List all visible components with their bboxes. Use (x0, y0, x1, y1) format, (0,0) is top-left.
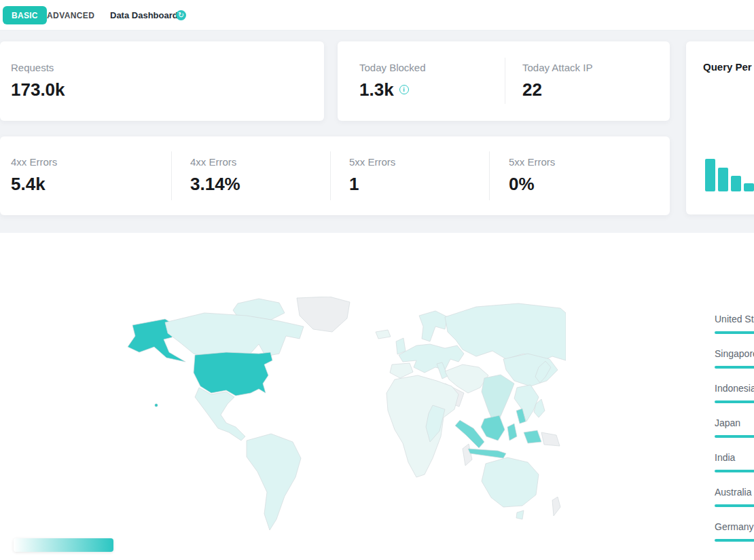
country-bar (715, 366, 754, 369)
page-title: Data Dashboard (110, 10, 178, 20)
tab-basic[interactable]: BASIC (3, 6, 47, 24)
map-region-africa (387, 375, 459, 477)
world-map-choropleth[interactable] (126, 297, 566, 538)
list-item: Australia (715, 486, 754, 521)
map-region-madagascar (463, 444, 472, 466)
qps-card-title: Query Per Second (703, 61, 754, 73)
list-item: Germany (715, 521, 754, 555)
qps-bar (718, 168, 728, 191)
map-region-java (468, 449, 506, 458)
qps-bar-chart[interactable] (705, 154, 754, 191)
today-blocked-stat: Today Blocked 1.3ki (359, 62, 426, 100)
map-region-iberia (390, 363, 413, 378)
country-bar (715, 504, 754, 507)
list-item: India (715, 451, 754, 486)
requests-value: 173.0k (11, 79, 324, 100)
country-ranking-list: United States Singapore Indonesia Japan … (715, 313, 754, 555)
list-item: Indonesia (715, 382, 754, 417)
qps-bar (731, 176, 741, 191)
divider (330, 151, 331, 200)
error-label: 4xx Errors (190, 156, 240, 168)
country-name: Japan (715, 417, 754, 430)
map-legend-gradient (14, 538, 113, 552)
divider (171, 151, 172, 200)
divider (505, 58, 505, 104)
divider (489, 151, 490, 200)
error-label: 5xx Errors (509, 156, 555, 168)
country-bar (715, 470, 754, 472)
error-stat: 4xx Errors 3.14% (190, 156, 240, 195)
country-name: Germany (715, 521, 754, 534)
today-attack-ip-label: Today Attack IP (522, 62, 592, 73)
map-region-south-america (247, 434, 301, 530)
error-label: 4xx Errors (11, 156, 57, 168)
requests-card: Requests 173.0k (0, 41, 324, 121)
country-bar (715, 435, 754, 438)
map-region-greenland (297, 297, 350, 332)
map-region-iceland (376, 330, 391, 339)
error-value: 1 (349, 174, 395, 195)
error-value: 5.4k (11, 174, 57, 195)
country-name: United States (715, 313, 754, 326)
map-region-australia (482, 458, 539, 507)
tab-advanced[interactable]: ADVANCED (46, 6, 96, 24)
today-blocked-value: 1.3ki (359, 79, 426, 100)
country-bar (715, 331, 754, 334)
country-name: Indonesia (715, 382, 754, 395)
country-name: Australia (715, 486, 754, 499)
map-region-png (541, 432, 560, 446)
qps-bar (705, 159, 715, 191)
error-stat: 4xx Errors 5.4k (11, 156, 57, 195)
map-region-new-zealand (552, 497, 560, 516)
list-item: United States (715, 313, 754, 348)
list-item: Japan (715, 417, 754, 451)
error-label: 5xx Errors (349, 156, 395, 168)
map-region-hawaii (155, 404, 158, 407)
error-value: 0% (509, 174, 555, 195)
country-bar (715, 539, 754, 542)
today-attack-ip-stat: Today Attack IP 22 (522, 62, 592, 100)
info-icon[interactable]: i (399, 85, 409, 94)
error-stat: 5xx Errors 0% (509, 156, 555, 195)
top-bar: BASIC ADVANCED Data Dashboard ↻ (0, 0, 754, 31)
map-region-scandinavia (419, 311, 448, 341)
map-region-borneo (481, 415, 505, 441)
map-region-usa (194, 352, 272, 396)
country-name: Singapore (715, 348, 754, 360)
today-blocked-label: Today Blocked (359, 62, 426, 73)
error-stat: 5xx Errors 1 (349, 156, 395, 195)
map-region-sumatra (455, 420, 484, 448)
map-region-canada (165, 313, 304, 359)
country-bar (715, 400, 754, 403)
map-region-west-papua (524, 430, 541, 443)
error-value: 3.14% (190, 174, 240, 195)
errors-card: 4xx Errors 5.4k 4xx Errors 3.14% 5xx Err… (0, 136, 670, 215)
map-region-sulawesi (507, 424, 517, 441)
qps-bar (744, 183, 754, 191)
today-blocked-number: 1.3k (359, 79, 394, 100)
today-attack-ip-value: 22 (522, 79, 592, 100)
requests-label: Requests (11, 62, 324, 73)
today-stats-card: Today Blocked 1.3ki Today Attack IP 22 (338, 41, 670, 121)
country-name: India (715, 451, 754, 464)
refresh-icon[interactable]: ↻ (176, 10, 186, 20)
qps-card: Query Per Second (686, 41, 754, 214)
list-item: Singapore (715, 348, 754, 382)
map-region-tasmania (516, 510, 524, 519)
